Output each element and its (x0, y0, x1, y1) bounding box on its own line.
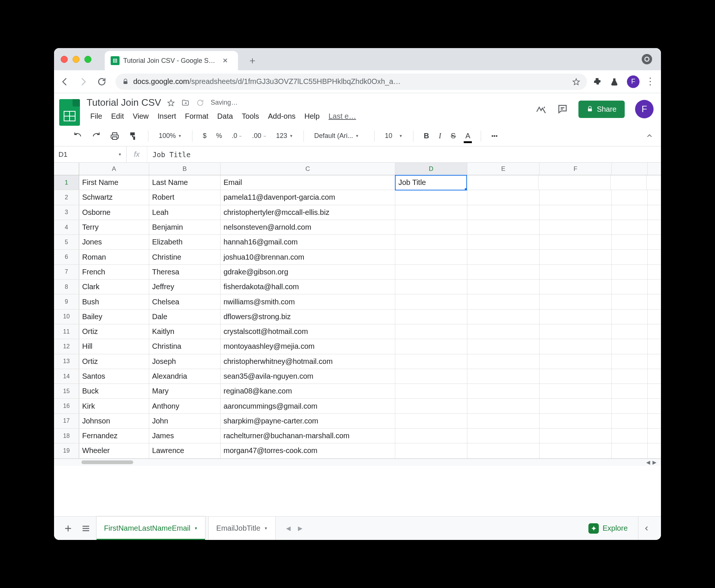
cell-B14[interactable]: Alexandria (149, 369, 221, 383)
labs-icon[interactable] (610, 77, 621, 86)
font-family-select[interactable]: Default (Ari...▼ (311, 130, 367, 142)
cell-F1[interactable] (538, 175, 611, 190)
cell-E14[interactable] (467, 369, 540, 383)
row-header[interactable]: 17 (54, 414, 79, 428)
browser-tab[interactable]: Tutorial Join CSV - Google She ✕ (105, 51, 238, 70)
menu-insert[interactable]: Insert (154, 110, 180, 123)
cell-C10[interactable]: dflowers@strong.biz (221, 310, 395, 324)
profile-indicator-icon[interactable] (642, 54, 652, 64)
close-tab-button[interactable]: ✕ (222, 57, 228, 65)
row-header[interactable]: 12 (54, 339, 79, 354)
row-header[interactable]: 18 (54, 429, 79, 443)
cell-D12[interactable] (395, 339, 467, 354)
cell-extra[interactable] (612, 339, 648, 354)
collapse-toolbar-button[interactable] (645, 132, 654, 140)
cell-D9[interactable] (395, 294, 467, 309)
cell-B4[interactable]: Benjamin (149, 220, 221, 234)
cell-B6[interactable]: Christine (149, 250, 221, 264)
cell-F13[interactable] (540, 354, 612, 369)
menu-addons[interactable]: Add-ons (264, 110, 299, 123)
menu-last-edit[interactable]: Last e… (325, 110, 360, 123)
cell-E9[interactable] (467, 294, 540, 309)
paint-format-button[interactable] (126, 129, 141, 143)
cell-extra[interactable] (612, 310, 648, 324)
row-header[interactable]: 1 (54, 175, 79, 190)
cell-F14[interactable] (540, 369, 612, 383)
horizontal-scrollbar[interactable]: ◀ ▶ (54, 459, 661, 466)
cell-C19[interactable]: morgan47@torres-cook.com (221, 443, 395, 458)
row-header[interactable]: 3 (54, 205, 79, 220)
zoom-select[interactable]: 100%▼ (156, 130, 185, 142)
cell-D11[interactable] (395, 324, 467, 339)
cell-C1[interactable]: Email (221, 175, 395, 190)
cell-D18[interactable] (395, 429, 467, 443)
row-header[interactable]: 4 (54, 220, 79, 234)
cell-A11[interactable]: Ortiz (79, 324, 149, 339)
cell-extra[interactable] (612, 220, 648, 234)
cell-F11[interactable] (540, 324, 612, 339)
cell-D1[interactable]: Job Title (395, 175, 467, 190)
increase-decimal-button[interactable]: .00→ (249, 130, 269, 142)
select-all-corner[interactable] (54, 163, 79, 175)
hscroll-left-icon[interactable]: ◀ (646, 459, 650, 465)
cell-F4[interactable] (540, 220, 612, 234)
row-header[interactable]: 5 (54, 235, 79, 249)
cell-B11[interactable]: Kaitlyn (149, 324, 221, 339)
cell-B17[interactable]: John (149, 414, 221, 428)
cell-A2[interactable]: Schwartz (79, 190, 149, 205)
new-tab-button[interactable]: ＋ (245, 53, 259, 67)
row-header[interactable]: 14 (54, 369, 79, 383)
cloud-sync-icon[interactable] (196, 99, 205, 107)
cell-C16[interactable]: aaroncummings@gmail.com (221, 399, 395, 413)
cell-D3[interactable] (395, 205, 467, 220)
bookmark-star-icon[interactable] (572, 78, 580, 86)
cell-B13[interactable]: Joseph (149, 354, 221, 369)
cell-C17[interactable]: sharpkim@payne-carter.com (221, 414, 395, 428)
cell-E6[interactable] (467, 250, 540, 264)
cell-extra[interactable] (612, 190, 648, 205)
menu-view[interactable]: View (129, 110, 152, 123)
undo-button[interactable] (70, 129, 85, 143)
cell-E2[interactable] (467, 190, 540, 205)
cell-A15[interactable]: Buck (79, 384, 149, 398)
format-currency-button[interactable]: $ (200, 130, 209, 142)
cell-F16[interactable] (540, 399, 612, 413)
bold-button[interactable]: B (421, 129, 432, 142)
menu-format[interactable]: Format (181, 110, 212, 123)
cell-F3[interactable] (540, 205, 612, 220)
col-header-F[interactable]: F (540, 163, 612, 175)
menu-tools[interactable]: Tools (238, 110, 263, 123)
reload-button[interactable] (97, 77, 110, 87)
cell-F19[interactable] (540, 443, 612, 458)
cell-C9[interactable]: nwilliams@smith.com (221, 294, 395, 309)
cell-D10[interactable] (395, 310, 467, 324)
cell-extra[interactable] (612, 294, 648, 309)
hscroll-thumb[interactable] (81, 460, 133, 464)
sheet-nav-right-icon[interactable]: ▶ (298, 525, 302, 532)
col-header-C[interactable]: C (221, 163, 395, 175)
forward-button[interactable] (78, 77, 91, 87)
cell-A6[interactable]: Roman (79, 250, 149, 264)
cell-B7[interactable]: Theresa (149, 265, 221, 279)
cell-B1[interactable]: Last Name (149, 175, 221, 190)
menu-help[interactable]: Help (301, 110, 323, 123)
address-bar[interactable]: docs.google.com/spreadsheets/d/1fmGJ3u3O… (115, 74, 587, 90)
cell-F2[interactable] (540, 190, 612, 205)
cell-B18[interactable]: James (149, 429, 221, 443)
cell-E8[interactable] (467, 280, 540, 294)
cell-E3[interactable] (467, 205, 540, 220)
cell-B8[interactable]: Jeffrey (149, 280, 221, 294)
cell-A12[interactable]: Hill (79, 339, 149, 354)
cell-E13[interactable] (467, 354, 540, 369)
cell-C18[interactable]: rachelturner@buchanan-marshall.com (221, 429, 395, 443)
cell-extra[interactable] (612, 235, 648, 249)
cell-A8[interactable]: Clark (79, 280, 149, 294)
cell-B3[interactable]: Leah (149, 205, 221, 220)
cell-extra[interactable] (612, 414, 648, 428)
cell-extra[interactable] (612, 324, 648, 339)
add-sheet-button[interactable] (61, 521, 75, 536)
cell-E18[interactable] (467, 429, 540, 443)
cell-extra[interactable] (611, 175, 647, 190)
sheet-nav-left-icon[interactable]: ◀ (286, 525, 291, 532)
cell-extra[interactable] (612, 205, 648, 220)
